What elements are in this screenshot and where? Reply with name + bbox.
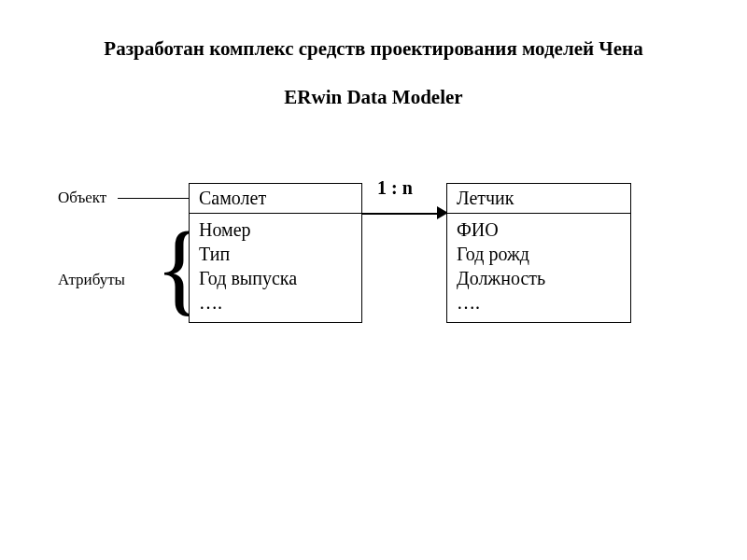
entity-left-header: Самолет — [190, 184, 361, 214]
label-attributes: Атрибуты — [58, 271, 125, 289]
entity-left-attr: …. — [199, 290, 352, 315]
entity-right-attr: ФИО — [457, 217, 621, 242]
relationship-arrow-line — [362, 213, 443, 215]
object-pointer-line — [118, 198, 189, 199]
entity-right-attr: Должность — [457, 266, 621, 290]
entity-left: Самолет Номер Тип Год выпуска …. — [189, 183, 362, 323]
entity-left-attr: Тип — [199, 242, 352, 266]
entity-right-attrs: ФИО Год рожд Должность …. — [447, 214, 630, 322]
entity-left-attr: Год выпуска — [199, 266, 352, 290]
entity-right-header: Летчик — [447, 184, 630, 214]
entity-left-attr: Номер — [199, 217, 352, 242]
page-title: Разработан комплекс средств проектирован… — [0, 37, 747, 61]
relationship-cardinality: 1 : n — [377, 177, 413, 199]
entity-right: Летчик ФИО Год рожд Должность …. — [446, 183, 631, 323]
page-subtitle: ERwin Data Modeler — [0, 86, 747, 109]
entity-left-attrs: Номер Тип Год выпуска …. — [190, 214, 361, 322]
label-object: Объект — [58, 189, 106, 207]
entity-right-attr: Год рожд — [457, 242, 621, 266]
entity-right-attr: …. — [457, 290, 621, 315]
